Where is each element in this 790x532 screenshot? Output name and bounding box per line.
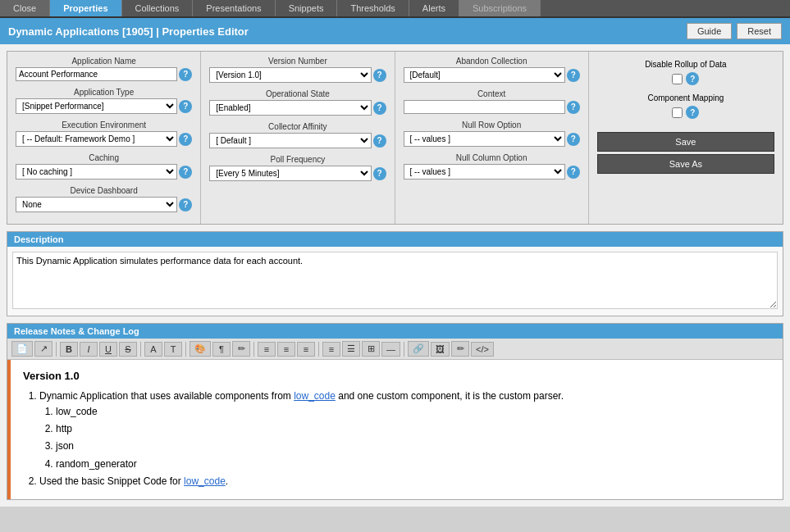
rte-link-btn[interactable]: 🔗 [408, 341, 429, 357]
collector-select[interactable]: [ Default ] [209, 133, 371, 148]
device-dash-label: Device Dashboard [16, 186, 192, 195]
app-name-label: Application Name [16, 57, 192, 66]
rte-ordered-list-btn[interactable]: ≡ [322, 342, 340, 357]
rte-sep-2 [140, 342, 141, 357]
rte-sep-6 [404, 342, 404, 357]
app-type-help-icon[interactable]: ? [179, 100, 192, 113]
disable-rollup-help-icon[interactable]: ? [686, 72, 699, 85]
save-as-button[interactable]: Save As [597, 154, 774, 174]
null-row-help-icon[interactable]: ? [567, 133, 580, 146]
disable-rollup-checkbox[interactable] [672, 74, 683, 84]
tab-collections[interactable]: Collections [122, 0, 194, 16]
description-section-title: Description [7, 232, 783, 247]
rte-align-right-btn[interactable]: ≡ [297, 342, 315, 357]
version-help-icon[interactable]: ? [373, 69, 386, 82]
context-help-icon[interactable]: ? [567, 101, 580, 114]
rte-unordered-list-btn[interactable]: ☰ [342, 341, 360, 357]
device-dash-select[interactable]: None [16, 197, 177, 212]
collector-help-icon[interactable]: ? [373, 134, 386, 148]
rte-align-center-btn[interactable]: ≡ [277, 342, 295, 357]
poll-freq-help-icon[interactable]: ? [373, 167, 386, 180]
null-col-select[interactable]: [ -- values ] [404, 164, 565, 180]
tab-presentations[interactable]: Presentations [193, 0, 275, 16]
device-dash-help-icon[interactable]: ? [179, 198, 192, 211]
link-low-code-2[interactable]: low_code [184, 475, 226, 487]
save-button[interactable]: Save [597, 132, 774, 152]
null-row-select[interactable]: [ -- values ] [404, 131, 565, 147]
version-label: Version Number [209, 57, 386, 66]
prop-col-4: Disable Rollup of Data ? Component Mappi… [589, 52, 783, 224]
abandon-label: Abandon Collection [404, 57, 580, 66]
rte-code-btn[interactable]: </> [471, 342, 494, 357]
release-version-heading: Version 1.0 [23, 368, 770, 385]
rte-italic-btn[interactable]: I [80, 342, 98, 357]
tab-properties[interactable]: Properties [50, 0, 121, 16]
op-state-help-icon[interactable]: ? [373, 102, 386, 115]
rte-content[interactable]: Version 1.0 Dynamic Application that use… [7, 360, 783, 499]
abandon-select[interactable]: [Default] [404, 67, 565, 83]
rte-font-color-btn[interactable]: A [144, 342, 162, 357]
collector-group: Collector Affinity [ Default ] ? [209, 122, 386, 148]
app-type-select[interactable]: [Snippet Performance] [16, 98, 177, 114]
poll-freq-group: Poll Frequency [Every 5 Minutes] ? [209, 155, 386, 181]
null-col-label: Null Column Option [404, 153, 580, 162]
tab-subscriptions[interactable]: Subscriptions [459, 0, 541, 16]
exec-env-help-icon[interactable]: ? [179, 133, 192, 146]
version-select[interactable]: [Version 1.0] [209, 67, 371, 83]
exec-env-select[interactable]: [ -- Default: Framework Demo ] [16, 131, 177, 147]
component-mapping-help-icon[interactable]: ? [686, 106, 699, 119]
rte-pencil-btn[interactable]: ✏ [232, 341, 250, 357]
version-group: Version Number [Version 1.0] ? [209, 57, 386, 83]
context-group: Context ? [404, 89, 580, 114]
app-type-group: Application Type [Snippet Performance] ? [16, 88, 192, 114]
caching-select[interactable]: [ No caching ] [16, 164, 177, 180]
rte-sep-5 [318, 342, 319, 357]
release-notes-section: Release Notes & Change Log 📄 ↗ B I U S A… [7, 323, 783, 500]
list-item: json [56, 439, 770, 454]
list-item: random_generator [56, 457, 770, 472]
rte-insert-btn[interactable]: 📄 [11, 341, 33, 357]
poll-freq-select[interactable]: [Every 5 Minutes] [209, 166, 371, 181]
prop-col-1: Application Name ? Application Type [Sni… [7, 52, 201, 224]
rte-sep-3 [185, 342, 186, 357]
list-item: low_code [56, 404, 770, 420]
link-low-code-1[interactable]: low_code [294, 390, 336, 402]
component-mapping-checkbox[interactable] [672, 107, 683, 118]
rte-sep-4 [253, 342, 254, 357]
op-state-select[interactable]: [Enabled] [209, 100, 371, 116]
rte-highlight-btn[interactable]: 🎨 [190, 341, 211, 357]
app-name-help-icon[interactable]: ? [179, 68, 192, 81]
op-state-group: Operational State [Enabled] ? [209, 89, 386, 116]
context-input[interactable] [404, 100, 565, 114]
rte-align-left-btn[interactable]: ≡ [258, 342, 276, 357]
rte-image-btn[interactable]: 🖼 [431, 342, 450, 357]
app-name-input[interactable] [16, 67, 177, 81]
device-dash-group: Device Dashboard None ? [16, 186, 192, 212]
rte-wrapper: Version 1.0 Dynamic Application that use… [7, 360, 783, 499]
abandon-group: Abandon Collection [Default] ? [404, 57, 580, 83]
guide-button[interactable]: Guide [687, 23, 732, 39]
null-row-label: Null Row Option [404, 120, 580, 130]
tab-alerts[interactable]: Alerts [409, 0, 459, 16]
tab-thresholds[interactable]: Thresholds [337, 0, 409, 16]
description-textarea[interactable] [12, 252, 778, 309]
caching-group: Caching [ No caching ] ? [16, 153, 192, 180]
rte-hr-btn[interactable]: — [381, 342, 400, 357]
abandon-help-icon[interactable]: ? [567, 69, 580, 82]
rte-underline-btn[interactable]: U [99, 342, 117, 357]
rte-paragraph-btn[interactable]: ¶ [212, 342, 231, 357]
poll-freq-label: Poll Frequency [209, 155, 386, 164]
reset-button[interactable]: Reset [737, 23, 782, 39]
rte-strikethrough-btn[interactable]: S [119, 342, 137, 357]
main-content: Application Name ? Application Type [Sni… [0, 44, 790, 507]
rte-text-size-btn[interactable]: T [164, 342, 182, 357]
collector-label: Collector Affinity [209, 122, 386, 131]
tab-close[interactable]: Close [0, 0, 50, 16]
tab-snippets[interactable]: Snippets [276, 0, 338, 16]
caching-help-icon[interactable]: ? [179, 166, 192, 179]
null-col-help-icon[interactable]: ? [567, 166, 580, 179]
rte-table-btn[interactable]: ⊞ [362, 341, 380, 357]
rte-expand-btn[interactable]: ↗ [34, 341, 53, 357]
rte-draw-btn[interactable]: ✏ [451, 341, 469, 357]
rte-bold-btn[interactable]: B [60, 342, 78, 357]
